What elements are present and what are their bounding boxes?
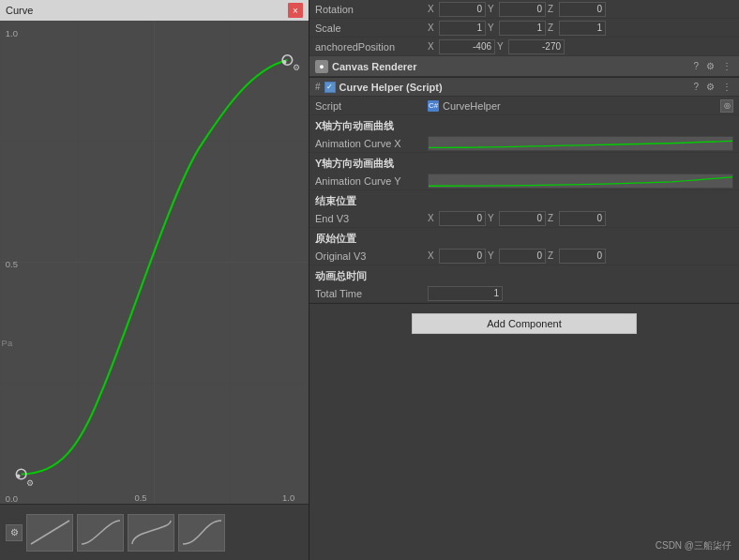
end-v3-z-input[interactable] <box>559 211 606 226</box>
script-row: Script C# CurveHelper ◎ <box>309 97 739 115</box>
curve-settings-button[interactable]: ⚙ <box>6 524 23 541</box>
svg-text:⚙: ⚙ <box>26 477 34 488</box>
end-v3-category-label: 结束位置 <box>309 190 739 209</box>
curve-helper-title: Curve Helper (Script) <box>339 82 688 93</box>
scale-xyz-group: X Y Z <box>428 21 733 36</box>
curve-preset-3[interactable] <box>128 514 174 552</box>
x-curve-category-label: X轴方向动画曲线 <box>309 115 739 134</box>
anchored-x-input[interactable] <box>439 39 495 54</box>
original-v3-label: Original V3 <box>315 250 428 262</box>
canvas-renderer-icons: ? ⚙ ⋮ <box>691 60 733 72</box>
anchored-position-label: anchoredPosition <box>315 41 428 53</box>
original-v3-category-label: 原始位置 <box>309 228 739 247</box>
svg-point-15 <box>282 60 286 64</box>
canvas-renderer-settings-icon[interactable]: ⚙ <box>704 60 716 72</box>
original-v3-x-input[interactable] <box>439 249 486 264</box>
animation-curve-y-display[interactable] <box>428 174 733 189</box>
svg-text:1.0: 1.0 <box>6 28 18 38</box>
svg-text:Pa: Pa <box>2 338 13 348</box>
script-name: CurveHelper <box>443 100 501 112</box>
rotation-row: Rotation X Y Z <box>309 0 739 19</box>
total-time-row: Total Time <box>309 284 739 303</box>
original-v3-group: X Y Z <box>428 249 733 264</box>
anchored-position-row: anchoredPosition X Y <box>309 38 739 56</box>
curve-bottom-toolbar: ⚙ <box>0 504 309 560</box>
original-v3-z-input[interactable] <box>559 249 606 264</box>
curve-preset-1[interactable] <box>26 514 73 552</box>
scale-z-input[interactable] <box>559 21 606 36</box>
animation-curve-x-display[interactable] <box>428 136 733 151</box>
curve-helper-help-icon[interactable]: ? <box>691 81 701 93</box>
svg-text:0.0: 0.0 <box>6 493 18 504</box>
animation-curve-x-row: Animation Curve X <box>309 134 739 153</box>
animation-curve-y-row: Animation Curve Y <box>309 172 739 190</box>
curve-preset-2[interactable] <box>77 514 124 552</box>
scale-label: Scale <box>315 23 428 34</box>
scale-x-input[interactable] <box>439 21 486 36</box>
svg-text:0.5: 0.5 <box>6 259 18 269</box>
svg-text:0.5: 0.5 <box>134 492 146 503</box>
end-v3-label: End V3 <box>315 213 428 224</box>
curve-canvas-area[interactable]: 1.0 0.5 0.0 0.5 1.0 ⚙ ⚙ Pa <box>0 21 309 504</box>
svg-rect-21 <box>130 516 173 549</box>
add-component-button[interactable]: Add Component <box>412 313 637 334</box>
end-v3-y-input[interactable] <box>499 211 546 226</box>
curve-helper-header: # ✓ Curve Helper (Script) ? ⚙ ⋮ <box>309 78 739 97</box>
canvas-renderer-section: ● Canvas Renderer ? ⚙ ⋮ <box>309 56 739 78</box>
y-curve-category-label: Y轴方向动画曲线 <box>309 153 739 172</box>
scale-y-input[interactable] <box>499 21 546 36</box>
canvas-renderer-help-icon[interactable]: ? <box>691 60 701 72</box>
inspector-panel: Rotation X Y Z Scale X Y Z anchoredPosit… <box>309 0 739 560</box>
svg-point-13 <box>16 474 20 477</box>
total-time-input[interactable] <box>428 286 503 301</box>
canvas-renderer-menu-icon[interactable]: ⋮ <box>720 60 733 72</box>
curve-close-button[interactable]: × <box>288 3 303 18</box>
total-time-category-label: 动画总时间 <box>309 265 739 284</box>
rotation-xyz-group: X Y Z <box>428 2 733 17</box>
curve-helper-checkbox[interactable]: ✓ <box>324 82 336 93</box>
rotation-z-input[interactable] <box>559 2 606 17</box>
original-v3-y-input[interactable] <box>499 249 546 264</box>
add-component-area: Add Component <box>309 304 739 343</box>
curve-title: Curve <box>6 5 33 16</box>
anchored-position-group: X Y <box>428 39 733 54</box>
svg-text:⚙: ⚙ <box>293 62 300 72</box>
watermark: CSDN @三船柒仔 <box>656 539 731 552</box>
rotation-y-input[interactable] <box>499 2 546 17</box>
scale-row: Scale X Y Z <box>309 19 739 38</box>
curve-preset-4[interactable] <box>178 514 225 552</box>
canvas-renderer-title: Canvas Renderer <box>332 61 687 72</box>
animation-curve-x-label: Animation Curve X <box>315 138 428 149</box>
end-v3-group: X Y Z <box>428 211 733 226</box>
script-icon: C# <box>428 100 439 112</box>
script-value: C# CurveHelper ◎ <box>428 99 733 113</box>
end-v3-x-input[interactable] <box>439 211 486 226</box>
script-label: Script <box>315 100 428 112</box>
curve-helper-hash[interactable]: # <box>315 82 321 92</box>
anchored-y-input[interactable] <box>508 39 565 54</box>
curve-grid-svg: 1.0 0.5 0.0 0.5 1.0 ⚙ ⚙ Pa <box>0 21 309 504</box>
animation-curve-y-label: Animation Curve Y <box>315 175 428 187</box>
canvas-renderer-icon: ● <box>315 60 328 73</box>
curve-title-bar: Curve × <box>0 0 309 21</box>
total-time-label: Total Time <box>315 288 428 299</box>
svg-text:1.0: 1.0 <box>282 492 294 503</box>
svg-rect-23 <box>429 137 732 150</box>
curve-helper-section: # ✓ Curve Helper (Script) ? ⚙ ⋮ Script C… <box>309 78 739 304</box>
original-v3-row: Original V3 X Y Z <box>309 247 739 265</box>
curve-panel: Curve × 1.0 0.5 0.0 0.5 1.0 <box>0 0 309 560</box>
canvas-renderer-header: ● Canvas Renderer ? ⚙ ⋮ <box>309 56 739 77</box>
script-select-button[interactable]: ◎ <box>720 99 733 113</box>
rotation-label: Rotation <box>315 4 428 15</box>
curve-helper-settings-icon[interactable]: ⚙ <box>704 81 716 93</box>
rotation-x-input[interactable] <box>439 2 486 17</box>
curve-helper-menu-icon[interactable]: ⋮ <box>720 81 733 93</box>
end-v3-row: End V3 X Y Z <box>309 209 739 228</box>
